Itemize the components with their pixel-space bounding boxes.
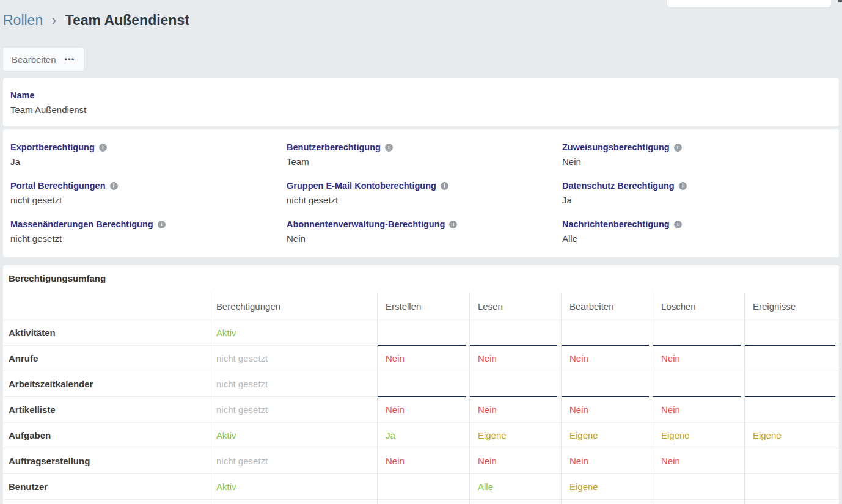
scope-perm-value: Eigene (469, 423, 561, 448)
scope-perm-value (377, 474, 469, 500)
scope-title: Berechtigungsumfang (3, 265, 839, 287)
permission-field-label: Exportberechtigungi (10, 142, 287, 152)
scope-row-label: Artikelliste (3, 397, 211, 423)
scope-row: Anrufenicht gesetztNeinNeinNeinNein (3, 346, 839, 371)
breadcrumb-separator: › (52, 12, 57, 28)
permission-field-value: Ja (562, 195, 836, 205)
permission-field: Gruppen E-Mail Kontoberechtigunginicht g… (287, 181, 562, 208)
scope-perm-value (561, 500, 653, 504)
permission-field-label: Massenänderungen Berechtigungi (10, 219, 287, 229)
scope-access-value: nicht gesetzt (211, 448, 377, 474)
scope-perm-value (744, 320, 839, 346)
permission-field-label: Datenschutz Berechtigungi (562, 181, 836, 191)
corner-icon-fragment (838, 0, 842, 2)
scope-row-label: Auftragserstellung (3, 448, 211, 474)
info-icon[interactable]: i (158, 221, 166, 228)
scope-header-berechtigungen: Berechtigungen (211, 293, 377, 320)
scope-perm-value (561, 371, 653, 397)
scope-row-partial (3, 500, 839, 504)
scope-access-value: Aktiv (211, 423, 377, 448)
scope-perm-value: Ja (377, 423, 469, 448)
permission-field-value: Alle (562, 233, 836, 244)
info-icon[interactable]: i (679, 182, 687, 190)
permission-field-value: Nein (287, 233, 562, 244)
scope-perm-value (469, 320, 561, 346)
name-card: Name Team Außendienst (3, 78, 839, 126)
permission-field-label: Abonnentenverwaltung-Berechtigungi (287, 219, 562, 229)
scope-body: AktivitätenAktivAnrufenicht gesetztNeinN… (3, 320, 839, 504)
scope-card: Berechtigungsumfang BerechtigungenErstel… (3, 265, 839, 504)
scope-header-löschen: Löschen (653, 293, 744, 320)
scope-row: AktivitätenAktiv (3, 320, 839, 346)
permission-field-label: Benutzerberechtigungi (287, 142, 562, 152)
scope-perm-value (653, 371, 744, 397)
breadcrumb-rollen-link[interactable]: Rollen (3, 12, 43, 28)
permission-field: Portal Berechtigungeninicht gesetzt (10, 181, 287, 208)
scope-perm-value: Eigene (561, 423, 653, 448)
scope-header-lesen: Lesen (469, 293, 561, 320)
scope-row: Arbeitszeitkalendernicht gesetzt (3, 371, 839, 397)
scope-access-value: nicht gesetzt (211, 346, 377, 371)
name-field-label: Name (10, 90, 829, 100)
name-field-value: Team Außendienst (10, 104, 829, 115)
scope-row: AufgabenAktivJaEigeneEigeneEigeneEigene (3, 423, 839, 448)
info-icon[interactable]: i (674, 144, 682, 152)
scope-perm-value: Nein (377, 397, 469, 423)
scope-access-value (211, 500, 377, 504)
scope-perm-value (653, 500, 744, 504)
scope-perm-value: Nein (653, 448, 744, 474)
scope-row: Auftragserstellungnicht gesetztNeinNeinN… (3, 448, 839, 474)
scope-access-value: nicht gesetzt (211, 397, 377, 423)
scope-perm-value: Nein (561, 448, 653, 474)
scope-perm-value: Nein (469, 346, 561, 371)
scope-perm-value (377, 320, 469, 346)
permission-field-value: nicht gesetzt (287, 195, 562, 205)
scope-row-label: Benutzer (3, 474, 211, 500)
permission-field: Abonnentenverwaltung-BerechtigungiNein (287, 219, 562, 246)
permission-field-label: Portal Berechtigungeni (10, 181, 287, 191)
scope-row-label: Aufgaben (3, 423, 211, 448)
permission-field-value: Team (287, 156, 562, 167)
scope-perm-value (744, 397, 839, 423)
scope-perm-value (377, 500, 469, 504)
permissions-grid: ExportberechtigungiJaBenutzerberechtigun… (3, 129, 839, 258)
more-actions-button[interactable]: ••• (61, 48, 84, 71)
info-icon[interactable]: i (441, 182, 448, 190)
info-icon[interactable]: i (99, 144, 107, 152)
permission-field: NachrichtenberechtigungiAlle (562, 219, 836, 246)
permission-field-value: Nein (562, 156, 836, 167)
permission-field: Massenänderungen Berechtigunginicht gese… (10, 219, 287, 246)
info-icon[interactable]: i (110, 182, 118, 190)
scope-perm-value (377, 371, 469, 397)
scope-perm-value: Nein (377, 448, 469, 474)
edit-button[interactable]: Bearbeiten (3, 48, 61, 71)
info-icon[interactable]: i (449, 221, 457, 228)
scope-row: BenutzerAktivAlleEigene (3, 474, 839, 500)
scope-header-row: BerechtigungenErstellenLesenBearbeitenLö… (3, 293, 839, 320)
scope-perm-value: Eigene (561, 474, 653, 500)
scope-perm-value (561, 320, 653, 346)
scope-perm-value: Nein (653, 397, 744, 423)
scope-perm-value: Nein (653, 346, 744, 371)
scope-header-erstellen: Erstellen (377, 293, 469, 320)
scope-header-ereignisse: Ereignisse (744, 293, 839, 320)
scope-access-value: Aktiv (211, 474, 377, 500)
scope-row-label: Aktivitäten (3, 320, 211, 346)
scope-perm-value: Nein (561, 346, 653, 371)
toolbar: Bearbeiten ••• (3, 48, 84, 71)
scope-perm-value (469, 371, 561, 397)
info-icon[interactable]: i (674, 221, 682, 228)
scope-perm-value (744, 448, 839, 474)
permission-field-label: Zuweisungsberechtigungi (562, 142, 836, 152)
info-icon[interactable]: i (385, 144, 393, 152)
scope-access-value: Aktiv (211, 320, 377, 346)
scope-perm-value (469, 500, 561, 504)
permission-field: Datenschutz BerechtigungiJa (562, 181, 836, 208)
scope-perm-value (653, 320, 744, 346)
scope-row-label (3, 500, 211, 504)
permission-field-value: nicht gesetzt (10, 233, 287, 244)
scope-perm-value: Nein (469, 448, 561, 474)
scope-perm-value (744, 371, 839, 397)
scope-perm-value: Eigene (653, 423, 744, 448)
scope-perm-value (653, 474, 744, 500)
